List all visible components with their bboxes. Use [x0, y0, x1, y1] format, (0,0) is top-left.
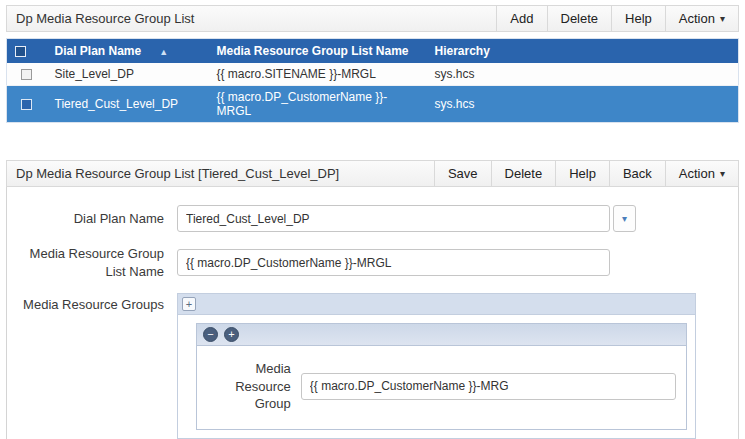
- cell-hierarchy: sys.hcs: [427, 63, 739, 86]
- dial-plan-combobox: ▾: [177, 205, 636, 232]
- back-button[interactable]: Back: [609, 161, 665, 186]
- caret-down-icon: ▾: [720, 13, 725, 24]
- save-button[interactable]: Save: [434, 161, 491, 186]
- column-header-hierarchy[interactable]: Hierarchy: [427, 39, 739, 64]
- delete-button[interactable]: Delete: [491, 161, 556, 186]
- list-toolbar-buttons: Add Delete Help Action ▾: [496, 6, 738, 31]
- mrg-item-header-bar: − +: [197, 324, 686, 346]
- cell-dial-plan-name: Tiered_Cust_Level_DP: [47, 86, 209, 123]
- plus-icon: +: [186, 298, 192, 310]
- mrgl-name-field-row: Media Resource Group List Name: [7, 245, 738, 280]
- media-resource-group-label: Media Resource Group: [197, 360, 301, 413]
- detail-toolbar: Dp Media Resource Group List [Tiered_Cus…: [6, 160, 739, 187]
- detail-form: Dial Plan Name ▾ Media Resource Group Li…: [6, 187, 739, 439]
- row-checkbox[interactable]: [21, 69, 32, 80]
- sort-ascending-icon: ▲: [159, 47, 168, 57]
- table-row-selected[interactable]: Tiered_Cust_Level_DP {{ macro.DP_Custome…: [7, 86, 739, 123]
- dial-plan-name-label: Dial Plan Name: [7, 210, 177, 228]
- cell-mrgl-name: {{ macro.DP_CustomerName }}-MRGL: [209, 86, 427, 123]
- caret-down-icon: ▾: [622, 213, 627, 224]
- dial-plan-name-input[interactable]: [177, 205, 610, 232]
- detail-panel-title: Dp Media Resource Group List [Tiered_Cus…: [7, 161, 339, 186]
- mrgl-name-label: Media Resource Group List Name: [7, 245, 177, 280]
- caret-down-icon: ▾: [720, 168, 725, 179]
- action-menu-button[interactable]: Action ▾: [665, 6, 738, 31]
- remove-item-button[interactable]: −: [203, 327, 218, 342]
- select-all-header-cell: [7, 39, 47, 64]
- media-resource-group-input[interactable]: [301, 373, 676, 400]
- column-header-mrgl-name[interactable]: Media Resource Group List Name: [209, 39, 427, 64]
- help-button[interactable]: Help: [611, 6, 665, 31]
- action-menu-button[interactable]: Action ▾: [665, 161, 738, 186]
- detail-panel: Dp Media Resource Group List [Tiered_Cus…: [6, 160, 739, 439]
- add-button[interactable]: Add: [496, 6, 546, 31]
- select-all-checkbox[interactable]: [15, 46, 26, 57]
- mrg-item-panel: − + Media Resource Group: [196, 323, 687, 430]
- list-panel: Dp Media Resource Group List Add Delete …: [6, 5, 739, 123]
- table-row[interactable]: Site_Level_DP {{ macro.SITENAME }}-MRGL …: [7, 63, 739, 86]
- plus-icon: +: [228, 328, 234, 340]
- cell-mrgl-name: {{ macro.SITENAME }}-MRGL: [209, 63, 427, 86]
- dp-mrgl-table: Dial Plan Name▲ Media Resource Group Lis…: [6, 38, 739, 123]
- dial-plan-name-field-row: Dial Plan Name ▾: [7, 205, 738, 232]
- dial-plan-dropdown-button[interactable]: ▾: [613, 205, 636, 232]
- column-header-dial-plan-name[interactable]: Dial Plan Name▲: [47, 39, 209, 64]
- mrg-list-header-bar: +: [178, 294, 695, 315]
- mrg-field-row: Media Resource Group: [197, 360, 676, 413]
- mrgl-name-input[interactable]: [177, 249, 610, 276]
- media-resource-groups-label: Media Resource Groups: [7, 293, 177, 314]
- add-item-button[interactable]: +: [182, 297, 196, 311]
- cell-dial-plan-name: Site_Level_DP: [47, 63, 209, 86]
- add-item-button[interactable]: +: [224, 327, 239, 342]
- detail-toolbar-buttons: Save Delete Help Back Action ▾: [434, 161, 738, 186]
- delete-button[interactable]: Delete: [547, 6, 612, 31]
- help-button[interactable]: Help: [555, 161, 609, 186]
- minus-icon: −: [207, 328, 213, 340]
- mrg-item-body: Media Resource Group: [197, 346, 686, 429]
- row-checkbox[interactable]: [21, 99, 32, 110]
- list-toolbar: Dp Media Resource Group List Add Delete …: [6, 5, 739, 32]
- media-resource-groups-field-row: Media Resource Groups + − +: [7, 293, 738, 439]
- list-panel-title: Dp Media Resource Group List: [7, 6, 194, 31]
- table-header-row: Dial Plan Name▲ Media Resource Group Lis…: [7, 39, 739, 64]
- media-resource-groups-widget: + − + Media Resource Group: [177, 293, 696, 439]
- cell-hierarchy: sys.hcs: [427, 86, 739, 123]
